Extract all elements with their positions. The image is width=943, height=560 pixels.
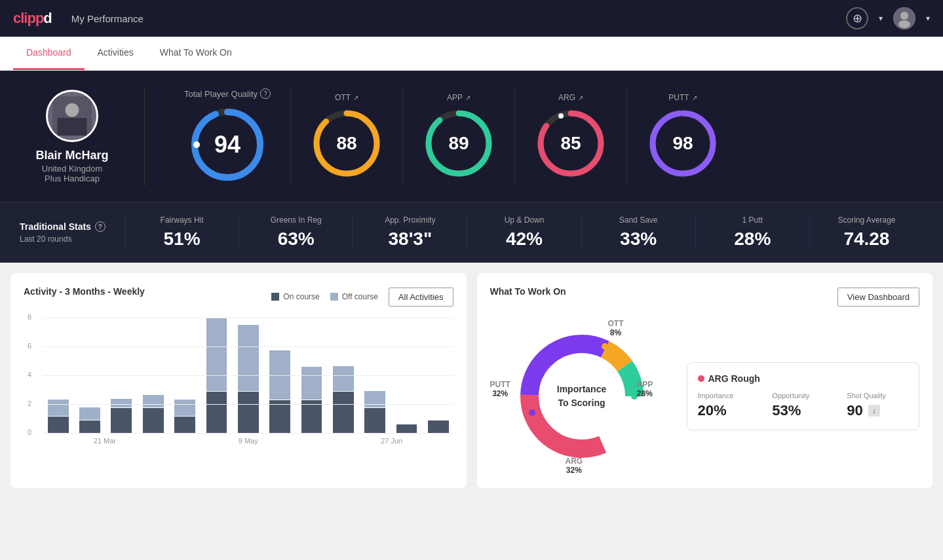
chart-legend: On course Off course	[271, 292, 378, 301]
all-activities-button[interactable]: All Activities	[389, 288, 453, 307]
metric-opportunity: Opportunity 53%	[772, 392, 834, 419]
view-dashboard-button[interactable]: View Dashboard	[837, 288, 919, 307]
nav-actions: ⊕ ▾ ▾	[846, 7, 930, 29]
stat-sandsave-label: Sand Save	[619, 215, 658, 225]
stat-1putt: 1 Putt 28%	[695, 215, 809, 250]
grid-line-2: 2	[43, 404, 453, 405]
scores-section: Total Player Quality ? 94 OTT ↗	[144, 86, 923, 186]
work-on-body: Importance To Scoring OTT 8% APP 28% ARG…	[490, 318, 920, 475]
tab-activities[interactable]: Activities	[85, 37, 147, 70]
stat-greens: Greens In Reg 63%	[239, 215, 353, 250]
stats-info-icon[interactable]: ?	[95, 221, 106, 232]
x-label-may: 9 May	[166, 437, 330, 445]
stat-scoring-label: Scoring Average	[837, 215, 895, 225]
tpq-ring: 94	[188, 105, 267, 184]
putt-arrow: ↗	[692, 94, 697, 102]
stats-subtitle: Last 20 rounds	[20, 234, 111, 244]
user-caret: ▾	[926, 14, 930, 23]
putt-value: 98	[672, 133, 693, 154]
stat-sandsave-value: 33%	[620, 229, 657, 250]
metric-dot	[698, 375, 704, 382]
arg-label: ARG ↗	[558, 93, 583, 102]
avatar-icon	[893, 7, 915, 29]
add-caret: ▾	[879, 14, 883, 23]
x-label-jun: 27 Jun	[330, 437, 453, 445]
stat-updown-value: 42%	[506, 229, 543, 250]
hero-section: Blair McHarg United Kingdom Plus Handica…	[0, 71, 943, 202]
grid-label-4: 4	[28, 371, 31, 379]
grid-label-2: 2	[28, 400, 31, 407]
app-ring: 89	[423, 107, 495, 179]
stats-title: Traditional Stats ?	[20, 221, 111, 232]
plus-icon: ⊕	[853, 11, 862, 26]
tpq-title: Total Player Quality ?	[184, 88, 271, 99]
arg-arrow: ↗	[578, 94, 583, 102]
grid-label-0: 0	[28, 428, 31, 436]
stat-greens-label: Greens In Reg	[271, 215, 322, 225]
stats-row: Traditional Stats ? Last 20 rounds Fairw…	[0, 202, 943, 263]
legend-on-course: On course	[271, 292, 319, 301]
player-country: United Kingdom	[42, 164, 103, 174]
grid-line-0: 0	[43, 433, 453, 434]
chart-grid: 8 6 4 2 0	[43, 318, 453, 433]
tab-dashboard[interactable]: Dashboard	[13, 37, 85, 70]
putt-ring: 98	[647, 107, 719, 179]
stat-scoring: Scoring Average 74.28	[809, 215, 923, 250]
arg-ring: 85	[535, 107, 607, 179]
legend-off-course: Off course	[330, 292, 378, 301]
chart-area: 8 6 4 2 0 21 Mar 9 May	[24, 318, 453, 445]
putt-label: PUTT ↗	[668, 93, 697, 102]
app-label: APP ↗	[447, 93, 471, 102]
score-app: APP ↗ 89	[403, 86, 515, 186]
on-course-dot	[271, 293, 279, 301]
app-value: 89	[448, 133, 469, 154]
player-avatar-image	[52, 96, 92, 136]
stat-proximity: App. Proximity 38'3"	[353, 215, 467, 250]
metric-card: ARG Rough Importance 20% Opportunity 53%…	[687, 362, 920, 430]
grid-label-8: 8	[28, 313, 31, 321]
stat-updown: Up & Down 42%	[467, 215, 581, 250]
app-arrow: ↗	[465, 94, 471, 102]
metric-importance: Importance 20%	[698, 392, 760, 419]
grid-line-8: 8	[43, 318, 453, 318]
logo: clippd	[13, 10, 52, 27]
player-name: Blair McHarg	[35, 149, 108, 162]
work-on-panel: What To Work On View Dashboard	[477, 273, 933, 488]
svg-point-9	[193, 141, 200, 148]
tab-what-to-work-on[interactable]: What To Work On	[147, 37, 245, 70]
svg-point-4	[66, 103, 79, 117]
donut-wrapper: Importance To Scoring OTT 8% APP 28% ARG…	[490, 318, 674, 475]
grid-label-6: 6	[28, 342, 31, 350]
ott-donut-label: OTT 8%	[608, 319, 624, 337]
x-label-mar: 21 Mar	[43, 437, 166, 445]
metric-shot-quality: Shot Quality 90 ↓	[847, 392, 908, 419]
tabs-bar: Dashboard Activities What To Work On	[0, 37, 943, 71]
tpq-info-icon[interactable]: ?	[260, 88, 271, 99]
top-nav: clippd My Performance ⊕ ▾ ▾	[0, 0, 943, 37]
score-ott: OTT ↗ 88	[291, 86, 403, 186]
add-button[interactable]: ⊕	[846, 7, 868, 29]
chart-title: Activity - 3 Months - Weekly	[24, 286, 145, 297]
bottom-panels: Activity - 3 Months - Weekly On course O…	[0, 263, 943, 498]
activity-panel: Activity - 3 Months - Weekly On course O…	[10, 273, 467, 488]
metric-row: Importance 20% Opportunity 53% Shot Qual…	[698, 392, 909, 419]
stat-sandsave: Sand Save 33%	[581, 215, 695, 250]
stat-1putt-label: 1 Putt	[742, 215, 763, 225]
work-on-title: What To Work On	[490, 286, 566, 297]
svg-point-14	[426, 141, 431, 146]
user-avatar[interactable]	[893, 7, 915, 29]
svg-rect-6	[58, 118, 87, 136]
stat-proximity-value: 38'3"	[389, 229, 433, 250]
stat-1putt-value: 28%	[734, 229, 771, 250]
shot-quality-badge: ↓	[868, 405, 880, 417]
svg-point-20	[650, 134, 655, 140]
off-course-dot	[330, 293, 338, 301]
player-avatar	[46, 90, 98, 142]
stat-proximity-label: App. Proximity	[385, 215, 435, 225]
stat-updown-label: Up & Down	[505, 215, 545, 225]
player-handicap: Plus Handicap	[45, 174, 100, 183]
player-info: Blair McHarg United Kingdom Plus Handica…	[20, 90, 125, 183]
grid-line-4: 4	[43, 375, 453, 376]
score-arg: ARG ↗ 85	[515, 86, 627, 186]
stat-fairways-value: 51%	[164, 229, 201, 250]
